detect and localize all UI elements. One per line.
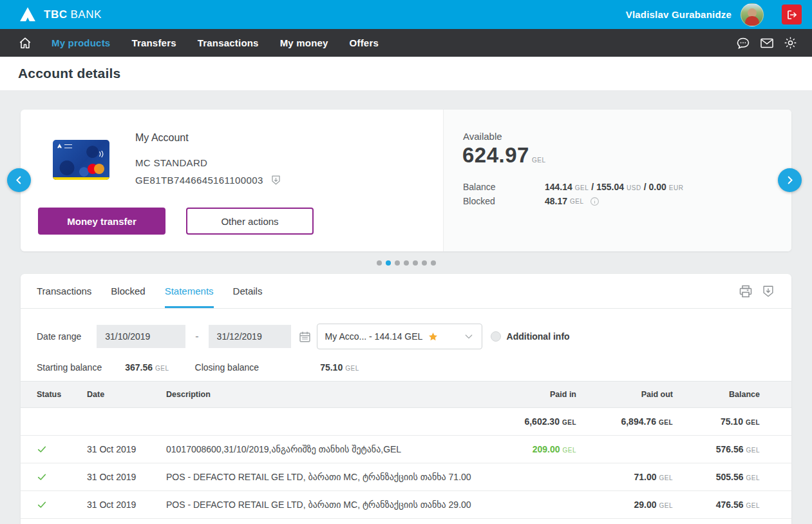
carousel-dot-0[interactable]	[377, 260, 382, 266]
chevron-right-icon	[785, 175, 795, 185]
statement-rows: 31 Oct 201901017008600,31/10/2019,ანგარი…	[21, 436, 791, 519]
carousel-next-button[interactable]	[778, 168, 802, 192]
other-actions-button[interactable]: Other actions	[186, 208, 314, 235]
download-statement-icon[interactable]	[761, 284, 775, 298]
card-stripe	[53, 177, 109, 180]
carousel-prev-button[interactable]	[7, 168, 31, 192]
status-cell	[37, 500, 87, 510]
date-cell: 31 Oct 2019	[87, 500, 166, 510]
balance-currency: USD	[627, 184, 641, 191]
calendar-icon[interactable]	[298, 330, 312, 344]
nav-item-my-products[interactable]: My products	[52, 37, 110, 48]
additional-info-radio[interactable]	[491, 331, 501, 342]
tab-statements[interactable]: Statements	[165, 274, 214, 308]
logout-icon	[786, 9, 798, 21]
check-icon	[37, 472, 47, 482]
download-details-icon[interactable]	[270, 174, 282, 186]
mastercard-logo	[88, 164, 104, 174]
summary-balance: 75.10GEL	[673, 416, 760, 427]
nav-item-transfers[interactable]: Transfers	[131, 37, 176, 48]
status-cell	[37, 472, 87, 482]
account-name: My Account	[135, 132, 282, 144]
description-cell: POS - DEFACTO RETAIL GE LTD, ბარათი MC, …	[166, 472, 473, 482]
carousel-dot-3[interactable]	[404, 260, 409, 266]
balance-cell: 576.56GEL	[673, 443, 760, 455]
starting-balance-label: Starting balance	[37, 362, 102, 373]
carousel-dot-1[interactable]	[386, 260, 391, 266]
check-icon	[37, 444, 47, 454]
paid-in-cell: 209.00GEL	[473, 443, 576, 455]
info-icon[interactable]	[590, 197, 600, 206]
chevron-left-icon	[14, 175, 24, 185]
title-band: Account details	[0, 57, 812, 90]
table-header: Status Date Description Paid in Paid out…	[21, 381, 791, 408]
carousel-dot-6[interactable]	[431, 260, 436, 266]
balance-separator: /	[591, 182, 594, 192]
balance-cell: 505.56GEL	[673, 471, 760, 483]
description-cell: POS - DEFACTO RETAIL GE LTD, ბარათი MC, …	[166, 500, 473, 510]
header-paid-in[interactable]: Paid in	[473, 390, 576, 399]
brand-name-light: BANK	[70, 8, 101, 21]
table-row[interactable]: 31 Oct 201901017008600,31/10/2019,ანგარი…	[21, 436, 791, 463]
mail-icon[interactable]	[759, 35, 775, 51]
date-range-label: Date range	[37, 331, 81, 342]
table-row[interactable]: 31 Oct 2019POS - DEFACTO RETAIL GE LTD, …	[21, 491, 791, 519]
home-icon[interactable]	[18, 36, 32, 50]
date-cell: 31 Oct 2019	[87, 472, 166, 482]
header-balance[interactable]: Balance	[673, 390, 760, 399]
header-date[interactable]: Date	[87, 390, 166, 399]
account-select[interactable]: My Acco... - 144.14 GEL	[317, 324, 482, 349]
tab-blocked[interactable]: Blocked	[111, 274, 145, 308]
chevron-down-icon	[464, 331, 474, 342]
tbc-logo-icon	[18, 5, 37, 24]
summary-paid-in: 6,602.30GEL	[473, 416, 576, 427]
description-cell: 01017008600,31/10/2019,ანგარიშზე თანხის …	[166, 444, 473, 454]
carousel-dot-5[interactable]	[422, 260, 427, 266]
account-select-value: My Acco... - 144.14 GEL	[325, 331, 423, 342]
starting-balance-value: 367.56GEL	[125, 362, 169, 373]
money-transfer-button[interactable]: Money transfer	[38, 208, 165, 235]
logout-button[interactable]	[782, 5, 802, 24]
brand-name-bold: TBC	[44, 8, 67, 21]
header-status[interactable]: Status	[37, 390, 87, 399]
nav-item-transactions[interactable]: Transactions	[198, 37, 259, 48]
tabs: TransactionsBlockedStatementsDetails	[37, 274, 262, 308]
header-description[interactable]: Description	[166, 390, 473, 399]
user-name[interactable]: Vladislav Gurabanidze	[626, 9, 732, 20]
date-range-separator: -	[195, 331, 198, 342]
date-to-input[interactable]	[209, 325, 291, 348]
tab-transactions[interactable]: Transactions	[37, 274, 91, 308]
account-iban: GE81TB7446645161100003	[135, 175, 263, 186]
closing-balance-value: 75.10GEL	[320, 362, 359, 373]
additional-info-label: Additional info	[507, 331, 570, 342]
available-amount: 624.97GEL	[462, 143, 545, 168]
date-from-input[interactable]	[97, 325, 185, 348]
balance-currency: EUR	[669, 184, 684, 191]
card-brand-mark	[57, 143, 72, 149]
header-paid-out[interactable]: Paid out	[576, 390, 673, 399]
nav-item-my-money[interactable]: My money	[280, 37, 328, 48]
card-type: MC STANDARD	[135, 157, 282, 168]
print-icon[interactable]	[738, 284, 753, 299]
status-cell	[37, 444, 87, 454]
page-title: Account details	[18, 66, 120, 81]
carousel-dot-4[interactable]	[413, 260, 418, 266]
main-nav: My productsTransfersTransactionsMy money…	[0, 29, 812, 57]
avatar[interactable]	[741, 3, 764, 26]
paid-out-cell: 71.00GEL	[576, 471, 673, 483]
chat-icon[interactable]	[735, 35, 751, 51]
carousel-dot-2[interactable]	[395, 260, 400, 266]
summary-paid-out: 6,894.76GEL	[576, 416, 673, 427]
nav-item-offers[interactable]: Offers	[350, 37, 379, 48]
carousel-dots	[21, 260, 791, 266]
brand[interactable]: TBCBANK	[18, 5, 102, 24]
gear-icon[interactable]	[783, 35, 798, 50]
summary-row: 6,602.30GEL 6,894.76GEL 75.10GEL	[21, 408, 791, 436]
table-row[interactable]: 31 Oct 2019POS - DEFACTO RETAIL GE LTD, …	[21, 463, 791, 491]
tab-details[interactable]: Details	[233, 274, 263, 308]
balance-amount: 155.04	[596, 182, 624, 192]
topbar: TBCBANK Vladislav Gurabanidze	[0, 0, 812, 29]
nav-items: My productsTransfersTransactionsMy money…	[52, 37, 379, 48]
balance-amount: 144.14	[545, 182, 572, 192]
bank-card-image[interactable]	[53, 140, 109, 180]
